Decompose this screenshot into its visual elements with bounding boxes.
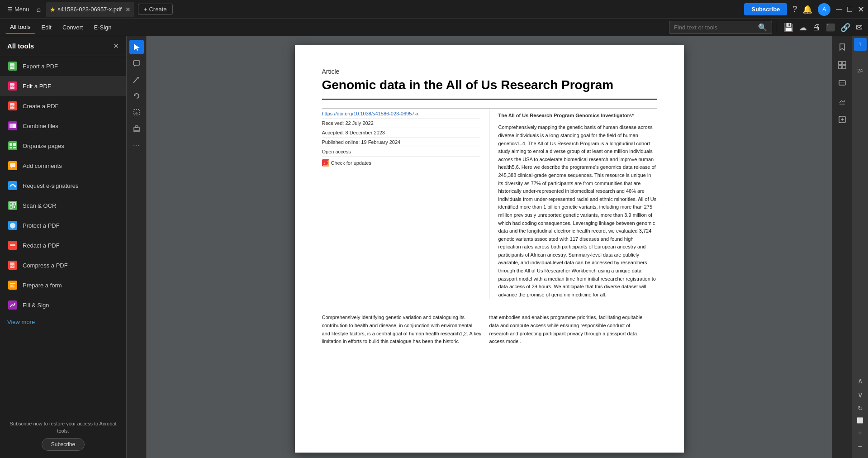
- sidebar-label: Create a PDF: [23, 103, 58, 110]
- bookmark-panel-icon[interactable]: [835, 40, 849, 54]
- scroll-up-icon[interactable]: ∧: [856, 375, 865, 387]
- sidebar-label: Add comments: [23, 162, 62, 169]
- menu-bar: All tools Edit Convert E-Sign 🔍 💾 ☁ 🖨 ⬛ …: [0, 19, 868, 36]
- fit-page-icon[interactable]: ⬜: [855, 415, 865, 425]
- tab[interactable]: ★ s41586-023-06957-x.pdf ✕: [46, 2, 134, 17]
- svg-rect-10: [9, 147, 12, 148]
- search-input[interactable]: [674, 24, 755, 31]
- svg-rect-8: [9, 143, 12, 146]
- request-esig-icon: [7, 180, 18, 191]
- scan-icon[interactable]: ⬛: [826, 23, 835, 32]
- avatar[interactable]: A: [818, 3, 830, 16]
- doi-line: https://doi.org/10.1038/s41586-023-06957…: [322, 109, 480, 119]
- save-icon[interactable]: 💾: [783, 23, 793, 33]
- svg-rect-19: [10, 244, 15, 246]
- sidebar-item-combine-files[interactable]: Combine files: [0, 116, 126, 136]
- sidebar-item-request-esig[interactable]: Request e-signatures: [0, 176, 126, 196]
- search-icon[interactable]: 🔍: [758, 23, 767, 32]
- prepare-form-icon: [7, 280, 18, 291]
- print-icon[interactable]: 🖨: [812, 23, 821, 32]
- svg-rect-41: [839, 66, 842, 69]
- sidebar-item-fill-sign[interactable]: Fill & Sign: [0, 295, 126, 315]
- scan-ocr-icon: [7, 200, 18, 211]
- combine-files-icon: [7, 120, 18, 131]
- link-icon[interactable]: 🔗: [840, 23, 850, 33]
- svg-rect-35: [135, 126, 138, 128]
- home-button[interactable]: ⌂: [33, 4, 45, 15]
- upload-icon[interactable]: ☁: [799, 23, 807, 33]
- svg-marker-25: [134, 44, 140, 51]
- sidebar-label: Combine files: [23, 123, 58, 129]
- doi-link[interactable]: https://doi.org/10.1038/s41586-023-06957…: [322, 111, 419, 116]
- pdf-viewer[interactable]: Article Genomic data in the All of Us Re…: [147, 36, 832, 458]
- check-updates-text[interactable]: Check for updates: [331, 160, 371, 166]
- maximize-icon[interactable]: □: [847, 5, 852, 14]
- menu-convert[interactable]: Convert: [58, 21, 88, 33]
- svg-text:PDF: PDF: [10, 105, 15, 108]
- comment-tool-button[interactable]: [129, 56, 144, 71]
- menu-all-tools[interactable]: All tools: [5, 21, 35, 34]
- close-window-icon[interactable]: ✕: [858, 5, 864, 14]
- menu-label: Menu: [14, 6, 29, 13]
- text-select-tool-button[interactable]: A: [129, 105, 144, 119]
- separator: [776, 22, 776, 33]
- bottom-text-grid: Comprehensively identifying genetic vari…: [322, 308, 657, 345]
- email-icon[interactable]: ✉: [856, 23, 863, 33]
- sidebar-item-create-pdf[interactable]: PDF Create a PDF: [0, 96, 126, 116]
- zoom-out-icon[interactable]: −: [856, 441, 864, 453]
- layers-panel-icon[interactable]: [835, 76, 849, 91]
- svg-text:PDF: PDF: [10, 65, 16, 68]
- tab-close-button[interactable]: ✕: [125, 6, 131, 13]
- zoom-in-icon[interactable]: +: [856, 427, 864, 439]
- help-icon[interactable]: ?: [792, 5, 797, 14]
- svg-rect-39: [839, 62, 842, 65]
- right-panel: [832, 36, 852, 458]
- menu-esign[interactable]: E-Sign: [89, 21, 116, 33]
- select-tool-button[interactable]: [129, 40, 144, 54]
- sidebar-item-export-pdf[interactable]: PDF Export a PDF: [0, 56, 126, 76]
- subscribe-button[interactable]: Subscribe: [744, 3, 787, 15]
- svg-text:PDF: PDF: [10, 85, 15, 88]
- add-comments-icon: [7, 160, 18, 171]
- thumbnails-panel-icon[interactable]: [835, 58, 849, 72]
- compress-pdf-icon: PDF: [7, 260, 18, 271]
- minimize-icon[interactable]: ─: [836, 5, 842, 14]
- sidebar-item-edit-pdf[interactable]: PDF Edit a PDF: [0, 76, 126, 96]
- sidebar-item-prepare-form[interactable]: Prepare a form: [0, 275, 126, 295]
- page-number-24[interactable]: 24: [854, 64, 867, 77]
- sidebar-item-protect-pdf[interactable]: Protect a PDF: [0, 215, 126, 235]
- sidebar-item-organize-pages[interactable]: Organize pages: [0, 136, 126, 156]
- plus-icon: +: [144, 6, 147, 13]
- pencil-tool-button[interactable]: [129, 72, 144, 87]
- export-pdf-icon: PDF: [7, 61, 18, 72]
- sidebar-item-redact-pdf[interactable]: Redact a PDF: [0, 235, 126, 255]
- view-more-link[interactable]: View more: [0, 315, 126, 329]
- sidebar-item-scan-ocr[interactable]: Scan & OCR: [0, 196, 126, 215]
- scroll-down-icon[interactable]: ∨: [856, 389, 865, 401]
- refresh-icon[interactable]: ↻: [856, 403, 865, 414]
- menu-edit[interactable]: Edit: [37, 21, 56, 33]
- svg-rect-44: [839, 82, 845, 82]
- svg-line-28: [134, 77, 138, 82]
- new-tab-button[interactable]: + Create: [138, 4, 173, 15]
- stamp-tool-button[interactable]: [129, 121, 144, 136]
- new-tab-label: Create: [149, 6, 166, 13]
- notifications-icon[interactable]: 🔔: [802, 5, 812, 14]
- sidebar-item-compress-pdf[interactable]: PDF Compress a PDF: [0, 255, 126, 275]
- more-tools-button[interactable]: ···: [129, 138, 144, 152]
- svg-rect-11: [13, 147, 16, 148]
- signature-panel-icon[interactable]: [835, 94, 849, 109]
- sidebar-close-button[interactable]: ✕: [113, 42, 119, 50]
- menu-button[interactable]: ☰ Menu: [4, 4, 33, 14]
- svg-rect-12: [10, 163, 15, 167]
- article-right-col: The All of Us Research Program Genomics …: [489, 109, 657, 299]
- svg-rect-17: [10, 206, 12, 208]
- article-grid: https://doi.org/10.1038/s41586-023-06957…: [322, 109, 657, 299]
- sidebar-item-add-comments[interactable]: Add comments: [0, 156, 126, 176]
- top-bar-right: Subscribe ? 🔔 A ─ □ ✕: [744, 3, 864, 16]
- page-number-1[interactable]: 1: [854, 38, 867, 51]
- share-panel-icon[interactable]: [835, 112, 849, 127]
- check-updates-row: i Check for updates: [322, 157, 480, 169]
- sidebar-subscribe-button[interactable]: Subscribe: [42, 438, 85, 451]
- rotate-tool-button[interactable]: [129, 89, 144, 103]
